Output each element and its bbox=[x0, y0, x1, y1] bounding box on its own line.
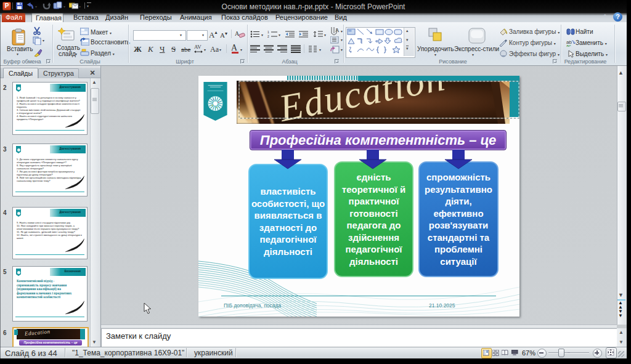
svg-text:A: A bbox=[335, 27, 340, 33]
svg-text:ac: ac bbox=[566, 44, 571, 47]
svg-text:1: 1 bbox=[267, 30, 269, 34]
svg-text:2: 2 bbox=[267, 34, 269, 38]
